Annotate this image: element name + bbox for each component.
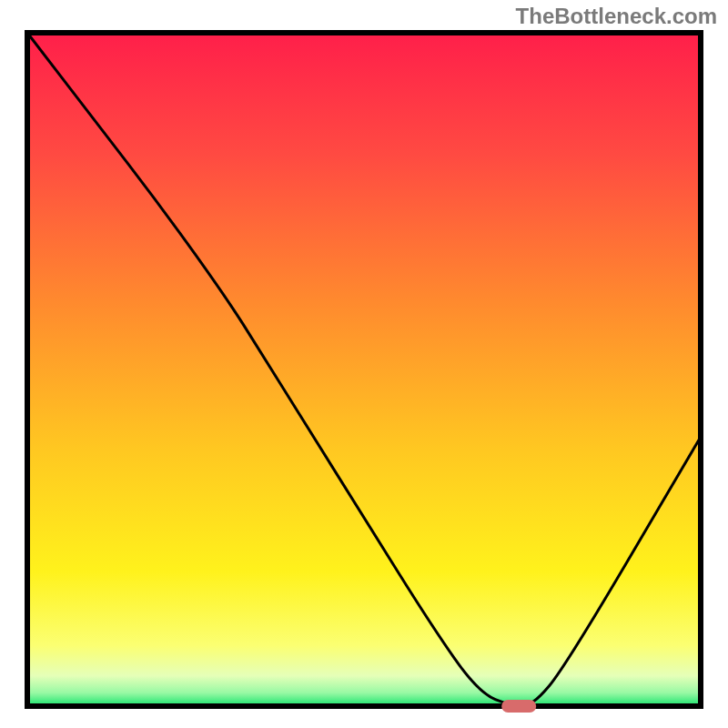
- bottleneck-chart: [0, 0, 728, 728]
- watermark-text: TheBottleneck.com: [516, 4, 717, 29]
- plot-background: [27, 33, 701, 706]
- chart-container: TheBottleneck.com: [0, 0, 728, 728]
- optimal-marker: [501, 700, 536, 713]
